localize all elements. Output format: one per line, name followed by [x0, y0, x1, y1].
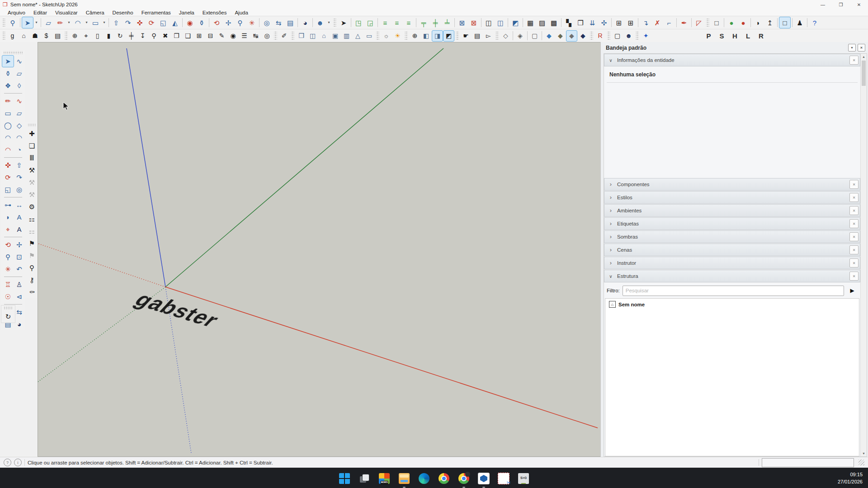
scroll-up-icon[interactable]: ▲ — [862, 54, 865, 60]
orbit-tool[interactable]: ⟲ — [2, 239, 14, 251]
toolbar-grip[interactable] — [2, 31, 5, 41]
target-button[interactable]: ⊕ — [69, 30, 80, 42]
menu-camera[interactable]: Câmera — [82, 10, 108, 15]
house-module-button[interactable]: ⌂ — [318, 30, 330, 42]
lasso-tool[interactable]: ∿ — [13, 55, 25, 67]
toolbar-grip[interactable] — [590, 31, 593, 41]
filter-button[interactable]: ▶ — [847, 287, 858, 294]
section-componentes[interactable]: ›Componentes✕ — [604, 178, 860, 191]
rotate-tool[interactable]: ⟳ — [146, 17, 157, 28]
palette-grip[interactable] — [28, 123, 36, 127]
drawing-canvas[interactable]: gabster — [38, 42, 600, 457]
distribute-add-tool[interactable]: ╪ — [429, 17, 441, 28]
pushpull-tool[interactable]: ⇧ — [110, 17, 122, 28]
dimension-tool[interactable]: ↔ — [13, 199, 25, 211]
account-dropdown[interactable]: ▾ — [326, 17, 332, 28]
pan-tool[interactable]: ✢ — [13, 239, 25, 251]
monochrome-style-button[interactable]: ◆ — [566, 30, 577, 42]
toolbar-grip[interactable] — [274, 31, 277, 41]
remove-scene-button[interactable]: ● — [737, 17, 749, 28]
scroll-down-icon[interactable]: ▼ — [862, 450, 865, 456]
light-off-button[interactable]: ☼ — [381, 30, 392, 42]
task-view-button[interactable] — [355, 469, 373, 488]
corner-fill-tool[interactable]: ◩ — [509, 17, 521, 28]
swap-tool[interactable]: ⇆ — [273, 17, 284, 28]
p-button[interactable]: P — [702, 30, 715, 42]
r-button[interactable]: R — [755, 30, 768, 42]
offset-tool[interactable]: ◎ — [13, 183, 25, 196]
arc-tool[interactable]: ◠ — [72, 17, 84, 28]
cards-tool[interactable]: ❐ — [575, 17, 586, 28]
tray-pin-button[interactable]: ▼ — [848, 44, 856, 52]
shapes-tool[interactable]: ◕ — [299, 17, 311, 28]
hiddenline-style-button[interactable]: ▢ — [529, 30, 540, 42]
align-remove-tool[interactable]: ≡ — [403, 17, 415, 28]
close-button[interactable]: ✕ — [850, 0, 868, 9]
line-tool[interactable]: ✏ — [54, 17, 66, 28]
zoom-tool[interactable]: ⚲ — [234, 17, 246, 28]
tag-tool[interactable]: ◊ — [13, 80, 25, 92]
hierarchy-button[interactable]: ⚏ — [26, 213, 38, 225]
line-tool[interactable]: ✏ — [2, 95, 14, 107]
white-cube-button[interactable]: □ — [779, 17, 791, 28]
zoom-tool[interactable]: ⚲ — [2, 251, 14, 263]
chrome-profile-app[interactable] — [455, 469, 473, 488]
polygon-tool[interactable]: ◇ — [13, 119, 25, 131]
add-doc-button[interactable]: ⊞ — [193, 30, 205, 42]
menu-desenho[interactable]: Desenho — [108, 10, 137, 15]
rectangle-tool[interactable]: ▭ — [2, 107, 14, 119]
levels-button[interactable]: ╪ — [126, 30, 137, 42]
select-tool[interactable]: ➤ — [2, 55, 14, 67]
list-button[interactable]: ☰ — [239, 30, 250, 42]
file-explorer-app[interactable] — [395, 469, 413, 488]
texture-mesh-tool[interactable]: ▩ — [548, 17, 560, 28]
bag-button[interactable]: ☗ — [29, 30, 41, 42]
tree-item-sem-nome[interactable]: ⌂ Sem nome — [609, 301, 855, 308]
arc-tool[interactable]: ◠ — [2, 131, 14, 144]
close-etiquetas-button[interactable]: ✕ — [849, 219, 859, 228]
orbit-tool[interactable]: ⟲ — [211, 17, 222, 28]
textured-style-button[interactable]: ◆ — [555, 30, 566, 42]
drill-remove-button[interactable]: ⚒ — [26, 176, 38, 188]
line-dropdown[interactable]: ▾ — [66, 17, 72, 28]
distribute-remove-tool[interactable]: ╧ — [441, 17, 453, 28]
drill-add-button[interactable]: ⚒ — [26, 164, 38, 176]
module-cube-sel2-button[interactable]: ◩ — [443, 30, 454, 42]
gabster-logo-icon[interactable]: g — [7, 30, 18, 42]
align-edges-tool[interactable]: ≡ — [379, 17, 391, 28]
podium-button[interactable]: ⚑ — [26, 237, 38, 249]
rotated-rectangle-tool[interactable]: ▱ — [13, 107, 25, 119]
select-instances-tool[interactable]: ➤ — [338, 17, 349, 28]
close-estrutura-button[interactable]: ✕ — [849, 272, 859, 281]
m365-app[interactable]: M365 — [375, 469, 393, 488]
shaded-style-button[interactable]: ◆ — [543, 30, 555, 42]
edge-app[interactable] — [415, 469, 433, 488]
restore-button[interactable]: ❐ — [832, 0, 850, 9]
menu-extensoes[interactable]: Extensões — [198, 10, 231, 15]
lock-button[interactable]: ⚷ — [26, 274, 38, 286]
pipes-button[interactable]: Ⅲ — [26, 152, 38, 164]
pan-tool[interactable]: ✢ — [222, 17, 234, 28]
axes-tool[interactable]: ⌖ — [2, 223, 14, 235]
ai-sparkle-button[interactable]: ✦ — [640, 30, 651, 42]
grid-quad2-tool[interactable]: ⊞ — [625, 17, 637, 28]
split-right-tool[interactable]: ◫ — [495, 17, 506, 28]
toolbar-grip[interactable] — [607, 31, 610, 41]
wireframe-style-button[interactable]: ◈ — [514, 30, 526, 42]
price-button[interactable]: $ — [41, 30, 52, 42]
account-icon[interactable]: ☻ — [314, 17, 326, 28]
scale-tool[interactable]: ◱ — [2, 183, 14, 196]
toolbar-grip[interactable] — [456, 31, 459, 41]
close-estilos-button[interactable]: ✕ — [849, 193, 859, 202]
sg-app[interactable]: S>G — [514, 469, 533, 488]
home-button[interactable]: ⌂ — [18, 30, 29, 42]
toolbar-grip[interactable] — [706, 18, 709, 28]
podium-off-button[interactable]: ⚑ — [26, 249, 38, 262]
edit-rotate-tool[interactable]: ↻ — [2, 310, 14, 323]
collapse-button[interactable]: ↹ — [250, 30, 261, 42]
outliner-tree[interactable]: ⌂ Sem nome — [605, 298, 859, 456]
layers-tool[interactable]: ▤ — [284, 17, 296, 28]
shell-view-button[interactable]: ◗ — [752, 17, 764, 28]
delete-level-tool[interactable]: ✗ — [651, 17, 663, 28]
search-large-button[interactable]: ⚲ — [26, 262, 38, 274]
